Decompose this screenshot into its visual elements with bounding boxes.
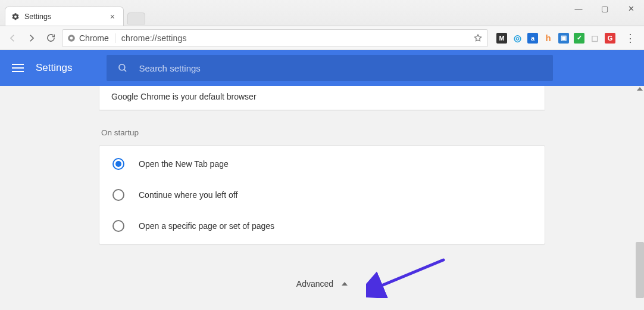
advanced-label: Advanced bbox=[296, 279, 333, 289]
settings-header-title: Settings bbox=[36, 62, 72, 74]
svg-point-2 bbox=[119, 64, 125, 70]
startup-option-label: Open a specific page or set of pages bbox=[139, 221, 274, 231]
extension-icon[interactable]: ▣ bbox=[558, 33, 569, 44]
browser-menu-button[interactable]: ⋮ bbox=[621, 32, 639, 45]
tab-close-button[interactable]: × bbox=[108, 11, 117, 22]
svg-line-3 bbox=[374, 260, 443, 289]
window-maximize-button[interactable]: ▢ bbox=[592, 0, 618, 17]
startup-option[interactable]: Continue where you left off bbox=[99, 179, 545, 210]
browser-tab-settings[interactable]: Settings × bbox=[5, 7, 124, 26]
gear-icon bbox=[11, 13, 20, 21]
radio-icon[interactable] bbox=[112, 220, 124, 232]
extension-icon[interactable]: M bbox=[496, 33, 507, 44]
startup-option[interactable]: Open a specific page or set of pages bbox=[99, 210, 545, 241]
svg-point-1 bbox=[70, 36, 73, 39]
nav-reload-button[interactable] bbox=[43, 30, 58, 46]
startup-option-label: Open the New Tab page bbox=[139, 159, 229, 169]
extension-icon[interactable]: ✓ bbox=[574, 33, 584, 44]
scroll-up-icon[interactable] bbox=[637, 87, 643, 91]
section-label-startup: On startup bbox=[99, 128, 545, 137]
annotation-arrow bbox=[366, 256, 449, 298]
extension-icon[interactable]: ◻ bbox=[589, 33, 600, 44]
address-bar[interactable]: Chrome chrome://settings bbox=[62, 29, 488, 47]
startup-card: Open the New Tab pageContinue where you … bbox=[99, 145, 545, 244]
settings-content: Google Chrome is your default browser On… bbox=[0, 86, 644, 310]
nav-back-button[interactable] bbox=[5, 30, 20, 46]
scrollbar-thumb[interactable] bbox=[636, 242, 644, 298]
extension-icons: M◎ah▣✓◻G bbox=[492, 33, 618, 44]
security-chip: Chrome bbox=[67, 33, 115, 43]
chevron-up-icon bbox=[342, 282, 348, 286]
extension-icon[interactable]: a bbox=[527, 33, 538, 44]
extension-icon[interactable]: h bbox=[543, 33, 554, 44]
menu-icon[interactable] bbox=[10, 60, 26, 76]
window-close-button[interactable]: ✕ bbox=[618, 0, 644, 17]
default-browser-message: Google Chrome is your default browser bbox=[111, 92, 257, 101]
window-controls: — ▢ ✕ bbox=[565, 0, 644, 17]
startup-option-label: Continue where you left off bbox=[139, 190, 237, 200]
url-text: chrome://settings bbox=[121, 33, 187, 43]
settings-header: Settings bbox=[0, 50, 644, 86]
settings-search-input[interactable] bbox=[139, 63, 542, 73]
default-browser-card: Google Chrome is your default browser bbox=[99, 86, 545, 110]
search-icon bbox=[117, 63, 128, 73]
startup-option[interactable]: Open the New Tab page bbox=[99, 148, 545, 179]
radio-icon[interactable] bbox=[112, 158, 124, 170]
tab-title: Settings bbox=[24, 13, 51, 21]
extension-icon[interactable]: ◎ bbox=[512, 33, 523, 44]
new-tab-button[interactable] bbox=[127, 13, 145, 24]
browser-toolbar: Chrome chrome://settings M◎ah▣✓◻G ⋮ bbox=[0, 26, 644, 50]
window-minimize-button[interactable]: — bbox=[565, 0, 592, 17]
radio-icon[interactable] bbox=[112, 189, 124, 201]
security-chip-label: Chrome bbox=[79, 33, 109, 43]
bookmark-star-icon[interactable] bbox=[473, 33, 483, 43]
advanced-toggle[interactable]: Advanced bbox=[296, 279, 348, 289]
extension-icon[interactable]: G bbox=[605, 33, 615, 44]
settings-search[interactable] bbox=[107, 55, 553, 81]
nav-forward-button[interactable] bbox=[24, 30, 39, 46]
browser-titlebar: Settings × — ▢ ✕ bbox=[0, 0, 644, 26]
chrome-icon bbox=[67, 34, 76, 42]
